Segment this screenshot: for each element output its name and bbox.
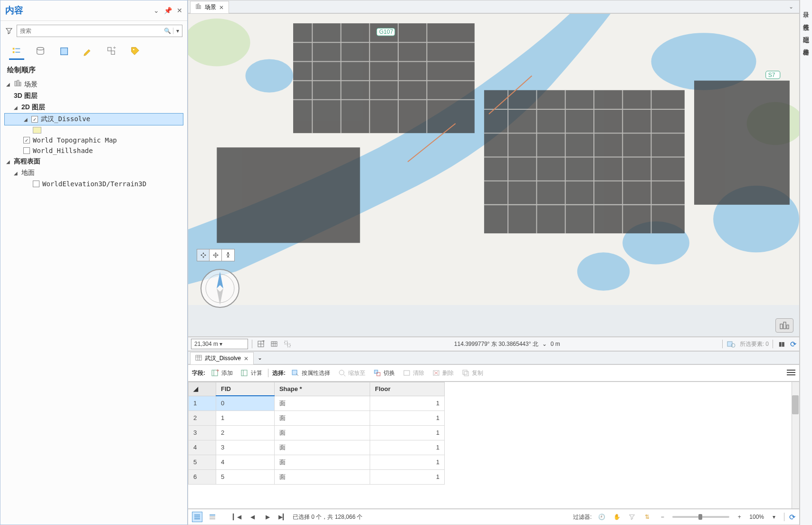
cell-floor[interactable]: 1 xyxy=(370,440,445,455)
search-icon[interactable]: 🔍 xyxy=(164,28,171,34)
collapse-icon[interactable]: ◢ xyxy=(6,82,11,87)
table-row[interactable]: 43面1 xyxy=(189,440,445,455)
vtab-export[interactable]: 导出栅格 xyxy=(801,39,812,49)
cell-fid[interactable]: 2 xyxy=(216,425,275,440)
table-row[interactable]: 32面1 xyxy=(189,425,445,440)
zoom-in-icon[interactable]: + xyxy=(734,512,745,522)
list-drawing-order-icon[interactable] xyxy=(9,44,24,60)
map-canvas[interactable]: G107 S7 xyxy=(188,14,799,305)
row-number[interactable]: 5 xyxy=(189,455,216,469)
chevron-down-icon[interactable]: ▾ xyxy=(769,512,779,522)
layer-checkbox[interactable] xyxy=(23,137,30,143)
tab-dropdown-icon[interactable]: ⌄ xyxy=(785,3,797,10)
2d3d-toggle-icon[interactable] xyxy=(775,318,793,333)
layer-dissolve-symbol[interactable] xyxy=(4,125,183,135)
snapping-icon[interactable] xyxy=(283,339,292,349)
dropdown-caret-icon[interactable]: ⌄ xyxy=(153,7,159,14)
filter-icon[interactable] xyxy=(5,27,13,35)
zoom-thumb[interactable] xyxy=(698,514,702,520)
col-fid[interactable]: FID xyxy=(216,382,275,396)
cell-fid[interactable]: 5 xyxy=(216,469,275,484)
walk-tool-icon[interactable] xyxy=(222,249,234,261)
cell-shape[interactable]: 面 xyxy=(274,455,370,469)
cell-floor[interactable]: 1 xyxy=(370,455,445,469)
search-input[interactable] xyxy=(20,28,164,34)
table-row[interactable]: 65面1 xyxy=(189,469,445,484)
close-icon[interactable]: ✕ xyxy=(219,4,224,11)
delete-selection-button[interactable]: 删除 xyxy=(430,368,456,378)
explore-tool-icon[interactable] xyxy=(197,249,210,261)
scrollbar-thumb[interactable] xyxy=(792,395,799,414)
first-record-icon[interactable]: ▎◀ xyxy=(232,512,242,522)
row-number[interactable]: 6 xyxy=(189,469,216,484)
switch-selection-button[interactable]: 切换 xyxy=(371,368,397,378)
row-number[interactable]: 4 xyxy=(189,440,216,455)
filter-extent-icon[interactable]: ✋ xyxy=(611,512,622,522)
pause-icon[interactable]: ▮▮ xyxy=(777,339,786,349)
search-dropdown-icon[interactable]: ▾ xyxy=(173,28,179,34)
prev-record-icon[interactable]: ◀ xyxy=(247,512,258,522)
cell-shape[interactable]: 面 xyxy=(274,410,370,425)
chevron-down-icon[interactable]: ⌄ xyxy=(542,341,547,347)
collapse-icon[interactable]: ◢ xyxy=(24,117,29,122)
row-header-corner[interactable]: ◢ xyxy=(189,382,216,396)
chevron-down-icon[interactable]: ▾ xyxy=(220,341,245,347)
row-number[interactable]: 2 xyxy=(189,410,216,425)
map-viewport[interactable]: G107 S7 xyxy=(188,13,800,337)
selection-chip-icon[interactable] xyxy=(726,339,736,349)
layer-topographic[interactable]: World Topographic Map xyxy=(4,135,183,145)
terrain3d-layer[interactable]: WorldElevation3D/Terrain3D xyxy=(4,179,183,189)
search-box[interactable]: 🔍 ▾ xyxy=(17,25,182,37)
show-all-records-icon[interactable] xyxy=(192,512,202,522)
ground-node[interactable]: ◢ 地面 xyxy=(4,167,183,179)
tab-dropdown-icon[interactable]: ⌄ xyxy=(258,354,262,361)
cell-shape[interactable]: 面 xyxy=(274,440,370,455)
table-row[interactable]: 54面1 xyxy=(189,455,445,469)
refresh-icon[interactable]: ⟳ xyxy=(789,513,795,522)
elevation-surfaces-node[interactable]: ◢ 高程表面 xyxy=(4,156,183,167)
row-number[interactable]: 1 xyxy=(189,396,216,410)
pin-icon[interactable]: 📌 xyxy=(164,7,172,14)
list-data-source-icon[interactable] xyxy=(33,44,48,60)
cell-floor[interactable]: 1 xyxy=(370,425,445,440)
tab-scene[interactable]: 场景 ✕ xyxy=(190,1,229,13)
collapse-icon[interactable]: ◢ xyxy=(14,105,19,110)
cell-shape[interactable]: 面 xyxy=(274,396,370,410)
table-icon[interactable] xyxy=(269,339,279,349)
clear-selection-button[interactable]: 清除 xyxy=(401,368,426,378)
scale-input[interactable]: 21,304 m ▾ xyxy=(191,339,248,349)
col-shape[interactable]: Shape * xyxy=(274,382,370,396)
scene-node[interactable]: ◢ 场景 xyxy=(4,78,183,90)
select-by-attributes-button[interactable]: 按属性选择 xyxy=(289,368,332,378)
list-selection-icon[interactable] xyxy=(57,44,72,60)
zoom-to-button[interactable]: 缩放至 xyxy=(336,368,367,378)
tab-attribute-table[interactable]: 武汉_Dissolve ✕ xyxy=(190,352,254,364)
cell-fid[interactable]: 4 xyxy=(216,455,275,469)
list-editing-icon[interactable] xyxy=(80,44,96,60)
list-snapping-icon[interactable]: + xyxy=(104,44,119,60)
layer-hillshade[interactable]: World_Hillshade xyxy=(4,145,183,156)
table-scrollbar[interactable] xyxy=(792,382,799,508)
filter-time-icon[interactable]: 🕘 xyxy=(596,512,607,522)
row-number[interactable]: 3 xyxy=(189,425,216,440)
filter-arrows-icon[interactable]: ⇅ xyxy=(642,512,652,522)
zoom-slider[interactable] xyxy=(672,516,729,518)
list-labeling-icon[interactable] xyxy=(128,44,143,60)
copy-selection-button[interactable]: 复制 xyxy=(459,368,485,378)
vtab-catalog[interactable]: 目录 xyxy=(801,2,812,12)
cell-shape[interactable]: 面 xyxy=(274,425,370,440)
table-row[interactable]: 10面1 xyxy=(189,396,445,410)
vtab-geoprocessing[interactable]: 地理处理 xyxy=(801,27,812,37)
last-record-icon[interactable]: ▶▎ xyxy=(277,512,288,522)
show-selected-records-icon[interactable] xyxy=(207,512,218,522)
cell-shape[interactable]: 面 xyxy=(274,469,370,484)
calculate-field-button[interactable]: 计算 xyxy=(239,368,264,378)
cell-floor[interactable]: 1 xyxy=(370,469,445,484)
compass-icon[interactable] xyxy=(199,267,241,310)
refresh-icon[interactable]: ⟳ xyxy=(790,340,796,349)
3d-layers-node[interactable]: 3D 图层 xyxy=(4,90,183,102)
close-icon[interactable]: ✕ xyxy=(177,7,182,14)
add-field-button[interactable]: + 添加 xyxy=(209,368,235,378)
cell-fid[interactable]: 3 xyxy=(216,440,275,455)
next-record-icon[interactable]: ▶ xyxy=(262,512,273,522)
